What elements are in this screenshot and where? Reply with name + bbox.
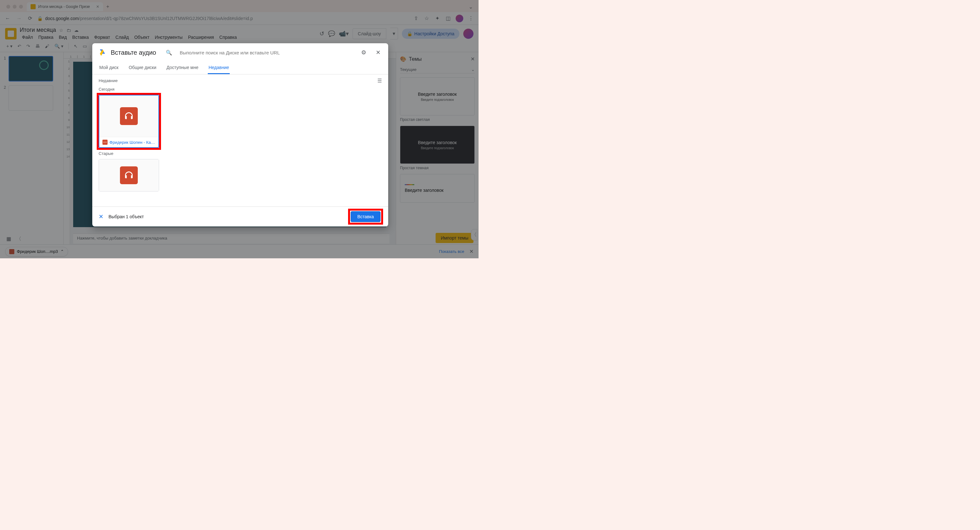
selection-count: Выбран 1 объект bbox=[108, 214, 144, 219]
file-card[interactable] bbox=[99, 159, 159, 191]
drive-logo-icon bbox=[99, 49, 106, 56]
search-icon[interactable]: 🔍 bbox=[166, 49, 172, 56]
dialog-title: Вставьте аудио bbox=[111, 49, 156, 56]
clear-selection-icon[interactable]: ✕ bbox=[99, 213, 103, 220]
section-old: Старые bbox=[92, 149, 388, 158]
section-today: Сегодня bbox=[92, 85, 388, 94]
highlight-annotation bbox=[97, 93, 161, 150]
tab-recent[interactable]: Недавние bbox=[208, 62, 229, 74]
tab-shared-with-me[interactable]: Доступные мне bbox=[166, 62, 199, 74]
audio-file-icon bbox=[120, 166, 138, 184]
section-label-recent: Недавние bbox=[99, 78, 118, 83]
dialog-tabs: Мой диск Общие диски Доступные мне Недав… bbox=[92, 62, 388, 75]
insert-audio-dialog: Вставьте аудио 🔍 ⚙ ✕ Мой диск Общие диск… bbox=[92, 43, 388, 226]
tab-shared-drives[interactable]: Общие диски bbox=[128, 62, 157, 74]
list-view-icon[interactable]: ☰ bbox=[377, 78, 382, 84]
search-input[interactable] bbox=[180, 50, 353, 55]
tab-mydrive[interactable]: Мой диск bbox=[99, 62, 119, 74]
tune-icon[interactable]: ⚙ bbox=[361, 49, 366, 56]
close-dialog-icon[interactable]: ✕ bbox=[374, 48, 382, 57]
highlight-annotation bbox=[348, 209, 383, 224]
